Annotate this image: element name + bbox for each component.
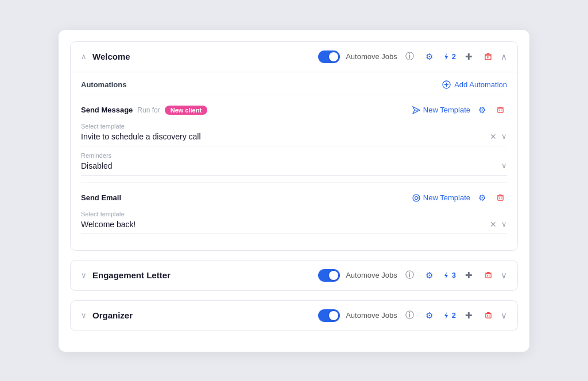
engagement-chevron-collapse-icon[interactable]: ∨ [501, 270, 507, 281]
svg-rect-11 [497, 108, 502, 112]
template-value: Invite to schedule a discovery call [81, 132, 201, 141]
svg-rect-12 [499, 110, 500, 112]
run-for-label: Run for [137, 106, 160, 114]
organizer-count-badge: 2 [442, 311, 456, 320]
welcome-lightning-icon [442, 53, 450, 61]
svg-rect-34 [485, 313, 491, 313]
section-engagement-header[interactable]: ∨ Engagement Letter Automove Jobs ⓘ ⚙ 3 … [71, 261, 517, 290]
section-welcome-header[interactable]: ∧ Welcome Automove Jobs ⓘ ⚙ 2 ✚ [71, 42, 517, 72]
send-email-type: Send Email [81, 193, 121, 202]
template-chevron-icon[interactable]: ∨ [501, 132, 507, 141]
email-template-chevron-icon[interactable]: ∨ [501, 220, 507, 228]
template-clear-icon[interactable]: ✕ [490, 132, 497, 141]
organizer-header-right: Automove Jobs ⓘ ⚙ 2 ✚ [318, 309, 507, 322]
send-message-gear-icon[interactable]: ⚙ [475, 103, 489, 117]
organizer-title: Organizer [92, 310, 133, 320]
email-template-clear-icon[interactable]: ✕ [490, 220, 497, 229]
paper-plane-icon [412, 106, 420, 114]
template-field-actions: ✕ ∨ [490, 132, 507, 141]
svg-rect-1 [485, 55, 491, 60]
welcome-trash-icon[interactable] [481, 50, 495, 64]
svg-rect-19 [497, 196, 502, 200]
welcome-automove-toggle[interactable] [318, 50, 340, 63]
template-field-group: Select template Invite to schedule a dis… [81, 123, 507, 146]
section-header-left: ∧ Welcome [81, 52, 130, 61]
welcome-section-body: Automations Add Automation Send Message … [71, 72, 517, 250]
welcome-chevron-up-icon: ∧ [81, 52, 87, 61]
reminders-field-group: Reminders Disabled ∨ [81, 152, 507, 176]
organizer-gear-icon[interactable]: ⚙ [423, 309, 436, 322]
svg-point-17 [415, 196, 417, 199]
svg-rect-32 [487, 315, 488, 317]
svg-rect-13 [501, 110, 501, 112]
send-message-new-template-button[interactable]: New Template [412, 106, 470, 114]
organizer-lightning-icon [442, 312, 450, 320]
organizer-header-left: ∨ Organizer [81, 310, 133, 320]
engagement-title: Engagement Letter [92, 270, 171, 280]
svg-rect-4 [485, 54, 492, 55]
engagement-count-badge: 3 [442, 271, 456, 279]
engagement-toggle[interactable] [318, 269, 340, 282]
welcome-chevron-collapse-icon[interactable]: ∧ [501, 52, 507, 62]
email-template-field-group: Select template Welcome back! ✕ ∨ [81, 211, 507, 234]
email-template-value-row: Welcome back! ✕ ∨ [81, 220, 507, 234]
organizer-info-icon[interactable]: ⓘ [403, 309, 417, 322]
svg-marker-0 [444, 53, 448, 60]
svg-rect-33 [489, 315, 489, 317]
section-header-right: Automove Jobs ⓘ ⚙ 2 ✚ [318, 50, 507, 64]
template-value-row: Invite to schedule a discovery call ✕ ∨ [81, 132, 507, 146]
email-field-actions: ✕ ∨ [490, 220, 507, 229]
svg-rect-2 [487, 56, 488, 59]
svg-marker-24 [444, 272, 448, 279]
automation-right: New Template ⚙ [412, 103, 507, 117]
organizer-trash-icon[interactable] [481, 309, 495, 322]
welcome-gear-icon[interactable]: ⚙ [423, 50, 436, 64]
organizer-chevron-collapse-icon[interactable]: ∨ [501, 310, 507, 321]
organizer-chevron-icon: ∨ [81, 311, 87, 320]
engagement-gear-icon[interactable]: ⚙ [423, 269, 436, 282]
automation-row-send-email: Send Email New Template ⚙ [81, 182, 507, 234]
svg-rect-20 [499, 197, 500, 200]
svg-rect-25 [485, 274, 490, 278]
reminders-chevron-icon[interactable]: ∨ [501, 161, 507, 170]
organizer-toggle[interactable] [318, 309, 340, 322]
select-template-label: Select template [81, 123, 507, 130]
svg-rect-23 [499, 195, 502, 195]
send-email-trash-icon[interactable] [493, 191, 507, 205]
automations-header: Automations Add Automation [81, 72, 507, 95]
add-automation-button[interactable]: Add Automation [442, 80, 507, 89]
reminders-label: Reminders [81, 152, 507, 159]
svg-rect-27 [489, 275, 489, 277]
welcome-count-badge: 2 [442, 52, 456, 61]
welcome-move-icon[interactable]: ✚ [462, 50, 475, 64]
send-email-new-template-button[interactable]: New Template [412, 193, 470, 202]
svg-rect-3 [489, 56, 489, 59]
automation-email-right: New Template ⚙ [412, 191, 507, 205]
automation-left: Send Message Run for New client [81, 106, 207, 115]
engagement-info-icon[interactable]: ⓘ [403, 269, 417, 282]
automation-email-left: Send Email [81, 193, 121, 202]
section-organizer-header[interactable]: ∨ Organizer Automove Jobs ⓘ ⚙ 2 ✚ [71, 301, 517, 331]
email-template-value: Welcome back! [81, 220, 136, 229]
add-circle-icon [442, 80, 451, 89]
automation-row-send-message: Send Message Run for New client New Temp… [81, 95, 507, 176]
engagement-trash-icon[interactable] [481, 269, 495, 282]
engagement-header-left: ∨ Engagement Letter [81, 270, 171, 280]
engagement-move-icon[interactable]: ✚ [462, 269, 475, 282]
welcome-info-icon[interactable]: ⓘ [403, 50, 417, 64]
reminders-field-actions: ∨ [501, 161, 507, 170]
engagement-automove-label: Automove Jobs [346, 271, 397, 279]
organizer-move-icon[interactable]: ✚ [462, 309, 475, 322]
email-icon [412, 194, 420, 202]
svg-rect-26 [487, 275, 488, 277]
svg-marker-30 [444, 312, 448, 319]
engagement-chevron-icon: ∨ [81, 271, 87, 279]
svg-rect-15 [499, 107, 502, 107]
svg-rect-28 [485, 273, 491, 273]
automation-send-message-header: Send Message Run for New client New Temp… [81, 103, 507, 117]
reminders-value: Disabled [81, 161, 112, 170]
send-email-gear-icon[interactable]: ⚙ [475, 191, 489, 205]
send-message-trash-icon[interactable] [493, 103, 507, 117]
reminders-value-row: Disabled ∨ [81, 161, 507, 176]
email-select-template-label: Select template [81, 211, 507, 217]
